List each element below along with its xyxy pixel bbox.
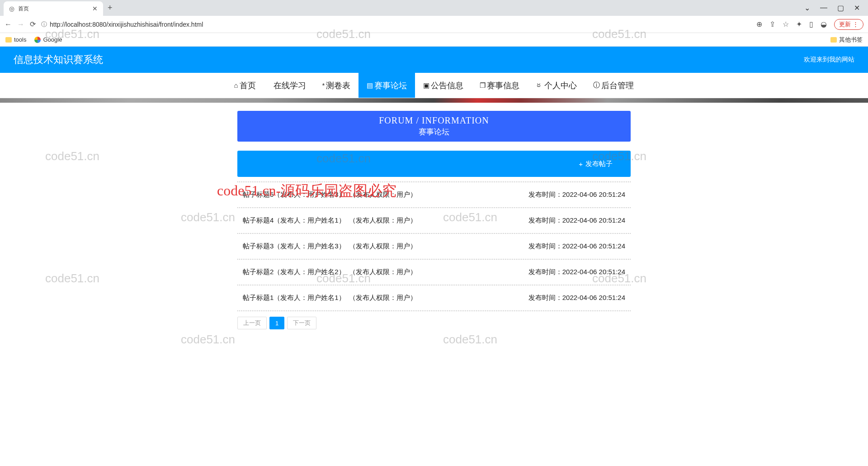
nav-item-3[interactable]: ▤赛事论坛 bbox=[359, 73, 415, 98]
folder-icon bbox=[830, 37, 837, 43]
minimize-icon[interactable]: — bbox=[820, 4, 827, 12]
reload-button[interactable]: ⟳ bbox=[30, 20, 36, 29]
post-permission: （发布人权限：用户） bbox=[349, 216, 417, 225]
nav-icon: * bbox=[322, 81, 325, 89]
post-time: 发布时间：2022-04-06 20:51:24 bbox=[528, 216, 625, 225]
nav-item-2[interactable]: *测卷表 bbox=[314, 73, 359, 98]
section-title-en: FORUM / INFORMATION bbox=[237, 115, 631, 126]
bookmarks-bar: tools Google 其他书签 bbox=[0, 33, 868, 47]
nav-item-4[interactable]: ▣公告信息 bbox=[415, 73, 472, 98]
watermark: code51.cn bbox=[181, 210, 235, 224]
folder-icon bbox=[5, 37, 12, 43]
nav-item-1[interactable]: 在线学习 bbox=[264, 73, 314, 98]
nav-item-7[interactable]: ⓘ后台管理 bbox=[585, 73, 642, 98]
tab-title: 首页 bbox=[18, 5, 89, 13]
page-1-button[interactable]: 1 bbox=[269, 317, 284, 329]
toolbar-right: ⊕ ⇪ ☆ ✦ ▯ ◒ 更新⋮ bbox=[756, 19, 863, 30]
post-title: 帖子标题1（发布人：用户姓名1） bbox=[243, 294, 345, 302]
publish-post-button[interactable]: + 发布帖子 bbox=[579, 160, 613, 168]
nav-label: 赛事信息 bbox=[487, 80, 519, 91]
post-time: 发布时间：2022-04-06 20:51:24 bbox=[528, 268, 625, 276]
welcome-text: 欢迎来到我的网站 bbox=[804, 56, 854, 64]
section-title-cn: 赛事论坛 bbox=[237, 127, 631, 137]
nav-label: 后台管理 bbox=[601, 80, 634, 91]
banner-image bbox=[0, 98, 868, 103]
zoom-icon[interactable]: ⊕ bbox=[756, 20, 762, 29]
nav-item-6[interactable]: ఠ个人中心 bbox=[528, 73, 585, 98]
post-title: 帖子标题2（发布人：用户姓名2） bbox=[243, 268, 345, 276]
update-button[interactable]: 更新⋮ bbox=[834, 19, 863, 30]
nav-item-5[interactable]: ❐赛事信息 bbox=[472, 73, 528, 98]
site-header: 信息技术知识赛系统 欢迎来到我的网站 bbox=[0, 47, 868, 73]
next-page-button[interactable]: 下一页 bbox=[287, 317, 316, 329]
post-permission: （发布人权限：用户） bbox=[349, 268, 417, 276]
site-title: 信息技术知识赛系统 bbox=[14, 53, 103, 67]
post-left: 帖子标题3（发布人：用户姓名3）（发布人权限：用户） bbox=[243, 242, 417, 251]
window-controls: ⌄ — ▢ ✕ bbox=[804, 4, 868, 12]
nav-label: 个人中心 bbox=[544, 80, 577, 91]
post-title: 帖子标题3（发布人：用户姓名3） bbox=[243, 242, 345, 251]
nav-label: 在线学习 bbox=[274, 80, 306, 91]
bookmark-tools[interactable]: tools bbox=[5, 36, 26, 43]
watermark: code51.cn bbox=[45, 271, 99, 285]
post-title: 帖子标题4（发布人：用户姓名1） bbox=[243, 216, 345, 225]
nav-item-0[interactable]: ⌂首页 bbox=[226, 73, 264, 98]
nav-icon: ⓘ bbox=[593, 81, 600, 90]
plus-icon: + bbox=[579, 160, 583, 168]
post-row[interactable]: 帖子标题5（发布人：用户姓名3）（发布人权限：用户）发布时间：2022-04-0… bbox=[237, 181, 631, 207]
post-permission: （发布人权限：用户） bbox=[349, 294, 417, 302]
url-text: http://localhost:8080/xinxijishuzhishisa… bbox=[50, 21, 203, 28]
nav-label: 公告信息 bbox=[431, 80, 463, 91]
post-list: 帖子标题5（发布人：用户姓名3）（发布人权限：用户）发布时间：2022-04-0… bbox=[237, 181, 631, 311]
post-row[interactable]: 帖子标题4（发布人：用户姓名1）（发布人权限：用户）发布时间：2022-04-0… bbox=[237, 207, 631, 233]
forward-button[interactable]: → bbox=[17, 20, 24, 29]
back-button[interactable]: ← bbox=[5, 20, 12, 29]
publish-bar: + 发布帖子 bbox=[237, 151, 631, 177]
url-input[interactable]: ⓘ http://localhost:8080/xinxijishuzhishi… bbox=[41, 20, 751, 29]
star-icon[interactable]: ☆ bbox=[783, 20, 789, 29]
address-bar: ← → ⟳ ⓘ http://localhost:8080/xinxijishu… bbox=[0, 16, 868, 33]
post-time: 发布时间：2022-04-06 20:51:24 bbox=[528, 294, 625, 302]
nav-icon: ❐ bbox=[480, 81, 486, 90]
maximize-icon[interactable]: ▢ bbox=[837, 4, 844, 12]
main-nav: ⌂首页在线学习*测卷表▤赛事论坛▣公告信息❐赛事信息ఠ个人中心ⓘ后台管理 bbox=[0, 73, 868, 98]
nav-icon: ⌂ bbox=[234, 81, 238, 89]
browser-tab-strip: ◎ 首页 ✕ + ⌄ — ▢ ✕ bbox=[0, 0, 868, 16]
section-header: FORUM / INFORMATION 赛事论坛 bbox=[237, 111, 631, 142]
post-left: 帖子标题2（发布人：用户姓名2）（发布人权限：用户） bbox=[243, 268, 417, 276]
post-title: 帖子标题5（发布人：用户姓名3） bbox=[243, 190, 345, 199]
post-permission: （发布人权限：用户） bbox=[349, 242, 417, 251]
nav-label: 首页 bbox=[240, 80, 256, 91]
nav-icon: ▤ bbox=[367, 81, 373, 90]
extensions-icon[interactable]: ✦ bbox=[796, 20, 802, 29]
post-row[interactable]: 帖子标题3（发布人：用户姓名3）（发布人权限：用户）发布时间：2022-04-0… bbox=[237, 233, 631, 259]
prev-page-button[interactable]: 上一页 bbox=[237, 317, 267, 329]
nav-icon: ▣ bbox=[423, 81, 429, 90]
main-content: FORUM / INFORMATION 赛事论坛 + 发布帖子 帖子标题5（发布… bbox=[237, 111, 631, 329]
publish-label: 发布帖子 bbox=[585, 160, 613, 168]
watermark: code51.cn bbox=[45, 149, 99, 163]
sidepanel-icon[interactable]: ▯ bbox=[809, 20, 813, 29]
google-icon bbox=[34, 37, 41, 43]
share-icon[interactable]: ⇪ bbox=[769, 20, 775, 29]
globe-icon: ◎ bbox=[9, 5, 14, 12]
post-row[interactable]: 帖子标题1（发布人：用户姓名1）（发布人权限：用户）发布时间：2022-04-0… bbox=[237, 285, 631, 311]
post-left: 帖子标题1（发布人：用户姓名1）（发布人权限：用户） bbox=[243, 294, 417, 302]
new-tab-button[interactable]: + bbox=[108, 3, 113, 13]
close-icon[interactable]: ✕ bbox=[92, 5, 98, 12]
post-row[interactable]: 帖子标题2（发布人：用户姓名2）（发布人权限：用户）发布时间：2022-04-0… bbox=[237, 259, 631, 285]
close-window-icon[interactable]: ✕ bbox=[854, 4, 860, 12]
watermark: code51.cn bbox=[181, 333, 235, 347]
post-time: 发布时间：2022-04-06 20:51:24 bbox=[528, 242, 625, 251]
nav-icon: ఠ bbox=[536, 81, 543, 89]
post-time: 发布时间：2022-04-06 20:51:24 bbox=[528, 190, 625, 199]
browser-tab[interactable]: ◎ 首页 ✕ bbox=[4, 1, 103, 16]
bookmark-google[interactable]: Google bbox=[34, 36, 62, 43]
post-left: 帖子标题4（发布人：用户姓名1）（发布人权限：用户） bbox=[243, 216, 417, 225]
info-icon: ⓘ bbox=[41, 20, 47, 29]
post-permission: （发布人权限：用户） bbox=[349, 190, 417, 199]
bookmark-other[interactable]: 其他书签 bbox=[830, 36, 863, 44]
watermark: code51.cn bbox=[443, 333, 497, 347]
profile-icon[interactable]: ◒ bbox=[821, 20, 827, 29]
dropdown-icon[interactable]: ⌄ bbox=[804, 4, 810, 12]
